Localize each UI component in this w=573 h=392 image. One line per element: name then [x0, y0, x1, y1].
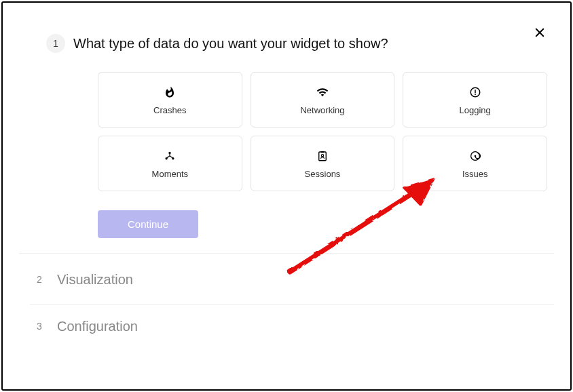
- step-2-title: Visualization: [57, 270, 133, 289]
- step-1-content: Crashes Networking Logging: [98, 72, 547, 238]
- option-label: Moments: [152, 169, 188, 179]
- svg-point-9: [474, 155, 476, 157]
- continue-button[interactable]: Continue: [98, 210, 198, 238]
- close-button[interactable]: [531, 24, 549, 42]
- option-label: Sessions: [305, 169, 341, 179]
- widget-setup-modal: 1 What type of data do you want your wid…: [1, 1, 572, 391]
- step-1-header: 1 What type of data do you want your wid…: [46, 22, 554, 65]
- alert-circle-icon: [469, 85, 481, 100]
- radar-icon: [469, 149, 481, 163]
- badge-icon: [316, 149, 329, 163]
- svg-point-2: [169, 151, 171, 153]
- option-logging[interactable]: Logging: [403, 72, 547, 128]
- wifi-icon: [316, 85, 329, 100]
- svg-rect-6: [321, 151, 325, 152]
- step-2-header: 2 Visualization: [30, 258, 554, 301]
- data-type-options: Crashes Networking Logging: [98, 72, 547, 191]
- close-icon: [534, 26, 546, 41]
- option-label: Logging: [460, 105, 491, 115]
- option-moments[interactable]: Moments: [98, 136, 242, 191]
- step-number-2: 2: [30, 270, 49, 289]
- option-label: Issues: [462, 169, 488, 179]
- flame-icon: [164, 85, 176, 100]
- step-number-1: 1: [46, 34, 65, 53]
- option-crashes[interactable]: Crashes: [98, 72, 242, 128]
- hub-icon: [164, 149, 176, 163]
- svg-point-7: [321, 154, 323, 156]
- option-label: Networking: [300, 105, 344, 115]
- option-issues[interactable]: Issues: [403, 136, 547, 191]
- divider: [19, 253, 554, 254]
- step-1-title: What type of data do you want your widge…: [73, 34, 388, 53]
- step-number-3: 3: [30, 317, 49, 336]
- option-label: Crashes: [153, 105, 186, 115]
- option-sessions[interactable]: Sessions: [251, 136, 395, 191]
- option-networking[interactable]: Networking: [251, 72, 395, 128]
- svg-point-1: [475, 94, 476, 95]
- step-3-header: 3 Configuration: [30, 305, 554, 348]
- step-3-title: Configuration: [57, 317, 138, 336]
